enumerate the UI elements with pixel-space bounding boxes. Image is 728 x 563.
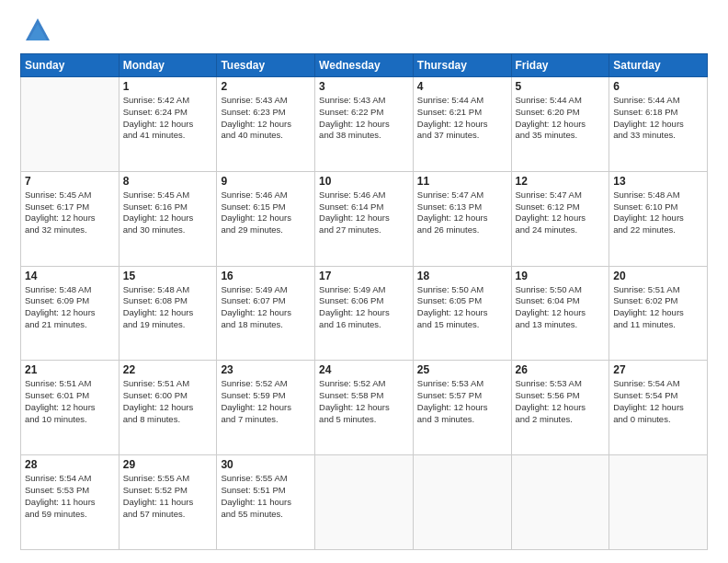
calendar-cell: 16Sunrise: 5:49 AM Sunset: 6:07 PM Dayli… — [217, 266, 315, 361]
calendar-cell: 27Sunrise: 5:54 AM Sunset: 5:54 PM Dayli… — [609, 361, 708, 455]
calendar-cell — [609, 455, 708, 550]
day-number: 23 — [221, 363, 311, 376]
weekday-header: Sunday — [21, 54, 119, 77]
day-number: 16 — [221, 270, 311, 282]
day-number: 19 — [516, 270, 606, 282]
calendar-cell: 19Sunrise: 5:50 AM Sunset: 6:04 PM Dayli… — [511, 266, 609, 361]
day-info: Sunrise: 5:46 AM Sunset: 6:14 PM Dayligh… — [319, 190, 409, 236]
day-info: Sunrise: 5:49 AM Sunset: 6:07 PM Dayligh… — [221, 284, 311, 331]
calendar-cell: 2Sunrise: 5:43 AM Sunset: 6:23 PM Daylig… — [217, 77, 315, 172]
day-info: Sunrise: 5:47 AM Sunset: 6:12 PM Dayligh… — [516, 190, 606, 236]
calendar-week-row: 1Sunrise: 5:42 AM Sunset: 6:24 PM Daylig… — [21, 77, 708, 172]
day-number: 30 — [221, 458, 311, 471]
calendar-table: SundayMondayTuesdayWednesdayThursdayFrid… — [20, 53, 708, 550]
calendar-cell: 10Sunrise: 5:46 AM Sunset: 6:14 PM Dayli… — [315, 171, 414, 266]
day-number: 14 — [25, 270, 115, 282]
calendar-cell: 25Sunrise: 5:53 AM Sunset: 5:57 PM Dayli… — [413, 361, 511, 455]
day-number: 6 — [613, 80, 703, 93]
day-info: Sunrise: 5:50 AM Sunset: 6:05 PM Dayligh… — [417, 284, 507, 331]
calendar-cell: 17Sunrise: 5:49 AM Sunset: 6:06 PM Dayli… — [315, 266, 414, 361]
day-info: Sunrise: 5:44 AM Sunset: 6:20 PM Dayligh… — [516, 95, 606, 142]
day-number: 25 — [417, 363, 507, 376]
day-info: Sunrise: 5:43 AM Sunset: 6:23 PM Dayligh… — [221, 95, 311, 142]
calendar-cell: 7Sunrise: 5:45 AM Sunset: 6:17 PM Daylig… — [21, 171, 119, 266]
calendar-cell: 28Sunrise: 5:54 AM Sunset: 5:53 PM Dayli… — [21, 455, 119, 550]
calendar-cell: 3Sunrise: 5:43 AM Sunset: 6:22 PM Daylig… — [315, 77, 414, 172]
calendar-week-row: 28Sunrise: 5:54 AM Sunset: 5:53 PM Dayli… — [21, 455, 708, 550]
calendar-cell: 13Sunrise: 5:48 AM Sunset: 6:10 PM Dayli… — [609, 171, 708, 266]
day-info: Sunrise: 5:51 AM Sunset: 6:00 PM Dayligh… — [123, 378, 213, 425]
day-number: 11 — [417, 175, 507, 188]
day-number: 9 — [221, 175, 311, 188]
day-info: Sunrise: 5:48 AM Sunset: 6:09 PM Dayligh… — [25, 284, 115, 331]
day-info: Sunrise: 5:44 AM Sunset: 6:21 PM Dayligh… — [417, 95, 507, 142]
weekday-header: Monday — [119, 54, 217, 77]
header — [20, 17, 708, 44]
day-number: 28 — [25, 458, 115, 471]
calendar-cell: 4Sunrise: 5:44 AM Sunset: 6:21 PM Daylig… — [413, 77, 511, 172]
day-number: 18 — [417, 270, 507, 282]
calendar-cell: 15Sunrise: 5:48 AM Sunset: 6:08 PM Dayli… — [119, 266, 217, 361]
day-info: Sunrise: 5:50 AM Sunset: 6:04 PM Dayligh… — [516, 284, 606, 331]
day-info: Sunrise: 5:55 AM Sunset: 5:51 PM Dayligh… — [221, 473, 311, 520]
day-info: Sunrise: 5:54 AM Sunset: 5:54 PM Dayligh… — [613, 378, 703, 425]
weekday-header: Wednesday — [315, 54, 414, 77]
day-info: Sunrise: 5:52 AM Sunset: 5:58 PM Dayligh… — [319, 378, 409, 425]
day-info: Sunrise: 5:54 AM Sunset: 5:53 PM Dayligh… — [25, 473, 115, 520]
calendar-cell: 20Sunrise: 5:51 AM Sunset: 6:02 PM Dayli… — [609, 266, 708, 361]
day-number: 5 — [516, 80, 606, 93]
calendar-week-row: 14Sunrise: 5:48 AM Sunset: 6:09 PM Dayli… — [21, 266, 708, 361]
calendar-cell — [21, 77, 119, 172]
day-number: 12 — [516, 175, 606, 188]
day-info: Sunrise: 5:49 AM Sunset: 6:06 PM Dayligh… — [319, 284, 409, 331]
calendar-week-row: 21Sunrise: 5:51 AM Sunset: 6:01 PM Dayli… — [21, 361, 708, 455]
day-info: Sunrise: 5:47 AM Sunset: 6:13 PM Dayligh… — [417, 190, 507, 236]
calendar-cell: 11Sunrise: 5:47 AM Sunset: 6:13 PM Dayli… — [413, 171, 511, 266]
calendar-header-row: SundayMondayTuesdayWednesdayThursdayFrid… — [21, 54, 708, 77]
calendar-cell: 8Sunrise: 5:45 AM Sunset: 6:16 PM Daylig… — [119, 171, 217, 266]
logo-icon — [24, 17, 51, 44]
calendar-cell: 14Sunrise: 5:48 AM Sunset: 6:09 PM Dayli… — [21, 266, 119, 361]
day-number: 26 — [516, 363, 606, 376]
day-info: Sunrise: 5:45 AM Sunset: 6:17 PM Dayligh… — [25, 190, 115, 236]
calendar-cell: 26Sunrise: 5:53 AM Sunset: 5:56 PM Dayli… — [511, 361, 609, 455]
day-info: Sunrise: 5:51 AM Sunset: 6:02 PM Dayligh… — [613, 284, 703, 331]
day-number: 29 — [123, 458, 213, 471]
day-info: Sunrise: 5:53 AM Sunset: 5:56 PM Dayligh… — [516, 378, 606, 425]
calendar-cell: 21Sunrise: 5:51 AM Sunset: 6:01 PM Dayli… — [21, 361, 119, 455]
day-number: 8 — [123, 175, 213, 188]
day-info: Sunrise: 5:46 AM Sunset: 6:15 PM Dayligh… — [221, 190, 311, 236]
day-number: 15 — [123, 270, 213, 282]
day-number: 17 — [319, 270, 409, 282]
calendar-cell: 22Sunrise: 5:51 AM Sunset: 6:00 PM Dayli… — [119, 361, 217, 455]
calendar-cell: 1Sunrise: 5:42 AM Sunset: 6:24 PM Daylig… — [119, 77, 217, 172]
day-number: 13 — [613, 175, 703, 188]
day-number: 27 — [613, 363, 703, 376]
day-info: Sunrise: 5:44 AM Sunset: 6:18 PM Dayligh… — [613, 95, 703, 142]
day-number: 24 — [319, 363, 409, 376]
day-number: 1 — [123, 80, 213, 93]
day-info: Sunrise: 5:55 AM Sunset: 5:52 PM Dayligh… — [123, 473, 213, 520]
calendar-cell: 5Sunrise: 5:44 AM Sunset: 6:20 PM Daylig… — [511, 77, 609, 172]
day-info: Sunrise: 5:51 AM Sunset: 6:01 PM Dayligh… — [25, 378, 115, 425]
calendar-week-row: 7Sunrise: 5:45 AM Sunset: 6:17 PM Daylig… — [21, 171, 708, 266]
day-number: 21 — [25, 363, 115, 376]
calendar-cell: 23Sunrise: 5:52 AM Sunset: 5:59 PM Dayli… — [217, 361, 315, 455]
day-info: Sunrise: 5:48 AM Sunset: 6:08 PM Dayligh… — [123, 284, 213, 331]
day-number: 2 — [221, 80, 311, 93]
day-info: Sunrise: 5:52 AM Sunset: 5:59 PM Dayligh… — [221, 378, 311, 425]
weekday-header: Thursday — [413, 54, 511, 77]
weekday-header: Friday — [511, 54, 609, 77]
day-number: 3 — [319, 80, 409, 93]
day-number: 20 — [613, 270, 703, 282]
calendar-cell: 12Sunrise: 5:47 AM Sunset: 6:12 PM Dayli… — [511, 171, 609, 266]
calendar-cell: 6Sunrise: 5:44 AM Sunset: 6:18 PM Daylig… — [609, 77, 708, 172]
page: SundayMondayTuesdayWednesdayThursdayFrid… — [0, 0, 728, 563]
calendar-cell — [413, 455, 511, 550]
calendar-cell: 9Sunrise: 5:46 AM Sunset: 6:15 PM Daylig… — [217, 171, 315, 266]
calendar-cell: 18Sunrise: 5:50 AM Sunset: 6:05 PM Dayli… — [413, 266, 511, 361]
weekday-header: Tuesday — [217, 54, 315, 77]
day-number: 4 — [417, 80, 507, 93]
day-number: 7 — [25, 175, 115, 188]
day-info: Sunrise: 5:43 AM Sunset: 6:22 PM Dayligh… — [319, 95, 409, 142]
